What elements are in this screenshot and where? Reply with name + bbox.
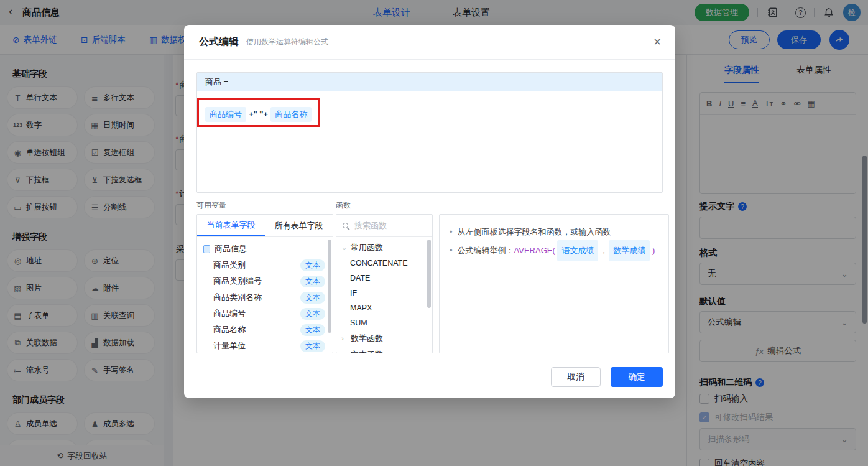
form-designer-app: ‹ 商品信息 表单设计 表单设置 数据管理 ? 检 ⊘ 表单外链 ⊡ 后端脚本: [0, 0, 868, 466]
cancel-button[interactable]: 取消: [551, 367, 601, 387]
group-label: 常用函数: [351, 242, 383, 253]
functions-scrollbar[interactable]: [427, 240, 431, 308]
function-group-common[interactable]: ⌄ 常用函数: [336, 240, 432, 256]
type-badge: 文本: [300, 340, 325, 352]
function-search: [336, 215, 432, 237]
variable-row[interactable]: 商品类别文本: [197, 257, 333, 273]
function-item[interactable]: SUM: [336, 315, 432, 330]
example-function: AVERAGE(: [514, 246, 555, 255]
formula-target: 商品 =: [197, 73, 662, 91]
functions-panel: ⌄ 常用函数 CONCATENATE DATE IF MAPX SUM › 数学…: [336, 214, 433, 353]
variable-row[interactable]: 计量单位文本: [197, 338, 333, 353]
group-label: 文本函数: [351, 349, 383, 353]
variable-name: 商品类别: [213, 259, 300, 271]
function-item[interactable]: MAPX: [336, 301, 432, 315]
field-token[interactable]: 商品名称: [270, 107, 312, 122]
field-token[interactable]: 商品编号: [205, 107, 246, 122]
functions-label: 函数: [336, 200, 351, 211]
tab-all-form-fields[interactable]: 所有表单字段: [265, 215, 333, 236]
document-icon: [203, 245, 210, 253]
search-icon: [343, 223, 348, 228]
chevron-down-icon: ⌄: [341, 244, 348, 252]
variable-name: 计量单位: [213, 340, 300, 352]
example-close-paren: ): [652, 246, 655, 255]
variable-name: 商品名称: [213, 324, 300, 335]
function-group-text[interactable]: › 文本函数: [336, 347, 432, 353]
variable-row[interactable]: 商品名称文本: [197, 322, 333, 338]
function-item[interactable]: CONCATENATE: [336, 256, 432, 271]
dialog-header: 公式编辑 使用数学运算符编辑公式 ✕: [184, 25, 675, 60]
type-badge: 文本: [300, 308, 325, 320]
type-badge: 文本: [300, 292, 325, 304]
variables-scrollbar[interactable]: [328, 240, 331, 333]
function-item[interactable]: IF: [336, 286, 432, 301]
type-badge: 文本: [300, 259, 325, 271]
variable-root-row[interactable]: 商品信息: [197, 241, 333, 257]
hint-line-2: •公式编辑举例：AVERAGE( 语文成绩，数学成绩 ): [450, 240, 658, 261]
formula-operator: +" "+: [249, 110, 268, 119]
chevron-right-icon: ›: [341, 335, 348, 342]
group-label: 数学函数: [351, 333, 383, 344]
dialog-footer: 取消 确定: [551, 367, 663, 387]
page-scrollbar[interactable]: [862, 156, 867, 324]
formula-input-area[interactable]: 商品编号+" "+商品名称: [197, 91, 662, 192]
tab-current-form-fields[interactable]: 当前表单字段: [197, 215, 265, 236]
dialog-title: 公式编辑: [199, 35, 239, 49]
formula-edit-dialog: 公式编辑 使用数学运算符编辑公式 ✕ 商品 = 商品编号+" "+商品名称 可用…: [184, 25, 675, 398]
formula-editor: 商品 = 商品编号+" "+商品名称: [196, 72, 663, 193]
hints-panel: •从左侧面板选择字段名和函数，或输入函数 •公式编辑举例：AVERAGE( 语文…: [439, 214, 669, 353]
variable-name: 商品编号: [213, 308, 300, 319]
variable-row[interactable]: 商品类别名称文本: [197, 289, 333, 305]
function-group-math[interactable]: › 数学函数: [336, 330, 432, 347]
variable-row[interactable]: 商品编号文本: [197, 305, 333, 322]
close-icon[interactable]: ✕: [653, 36, 662, 48]
variables-label: 可用变量: [196, 200, 226, 211]
chevron-right-icon: ›: [341, 351, 348, 353]
type-badge: 文本: [300, 324, 325, 336]
example-token: 数学成绩: [609, 240, 650, 261]
hint-line-1: •从左侧面板选择字段名和函数，或输入函数: [450, 223, 658, 240]
variables-tabs: 当前表单字段 所有表单字段: [197, 215, 333, 237]
type-badge: 文本: [300, 276, 325, 287]
function-item[interactable]: DATE: [336, 271, 432, 286]
variable-name: 商品类别编号: [213, 276, 300, 287]
dialog-subtitle: 使用数学运算符编辑公式: [246, 37, 328, 47]
variable-row[interactable]: 商品类别编号文本: [197, 273, 333, 289]
form-name: 商品信息: [215, 243, 325, 254]
example-token: 语文成绩: [557, 240, 598, 261]
confirm-button[interactable]: 确定: [611, 367, 663, 387]
variable-name: 商品类别名称: [213, 292, 300, 303]
function-search-input[interactable]: [353, 220, 415, 231]
variables-panel: 当前表单字段 所有表单字段 商品信息 商品类别文本 商品类别编号文本 商品类别名…: [196, 214, 333, 353]
